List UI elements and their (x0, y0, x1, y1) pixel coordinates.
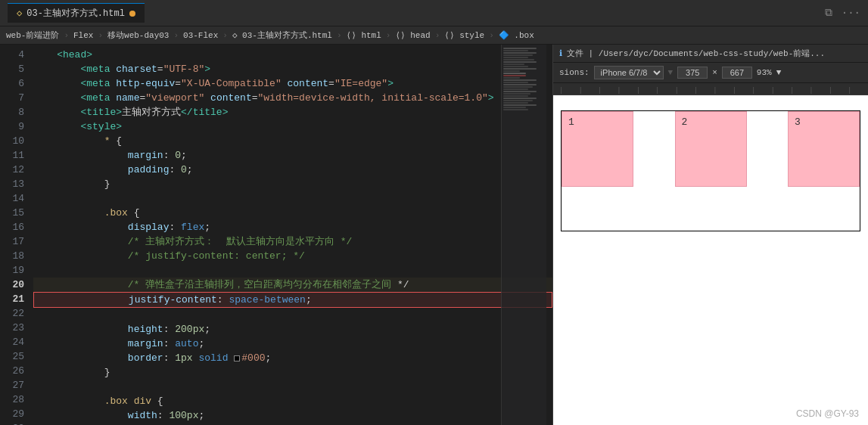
preview-filepath: 文件 | /Users/dyc/Documents/web-css-study/… (567, 48, 825, 59)
title-bar: ◇ 03-主轴对齐方式.html ⧉ ··· (0, 0, 868, 26)
width-input[interactable] (677, 67, 708, 79)
csdn-watermark: CSDN @GY-93 (796, 408, 859, 419)
height-input[interactable] (722, 67, 752, 79)
preview-pane: ℹ 文件 | /Users/dyc/Documents/web-css-stud… (552, 45, 868, 425)
zoom-dropdown-icon[interactable]: ▼ (776, 68, 782, 77)
line-numbers: 45678 910111213 1415161718 1920 21 22232… (0, 45, 30, 425)
preview-canvas-area: 1 2 3 CSDN @GY-93 (553, 95, 868, 425)
code-line-21: justify-content: space-between; (33, 292, 552, 308)
code-line: /* 主轴对齐方式： 默认主轴方向是水平方向 */ (33, 234, 552, 249)
code-line (33, 191, 552, 206)
tab-modified-dot (129, 11, 135, 17)
flex-child-3: 3 (788, 111, 860, 187)
code-line: display: flex; (33, 220, 552, 234)
code-line: <style> (33, 119, 552, 134)
editor-tab[interactable]: ◇ 03-主轴对齐方式.html (8, 3, 145, 23)
tab-filename: 03-主轴对齐方式.html (26, 7, 125, 20)
zoom-label: 93% (757, 68, 772, 77)
code-line: padding: 0; (33, 163, 552, 177)
code-line: height: 200px; (33, 322, 552, 337)
code-line: .box div { (33, 394, 552, 408)
editor-pane: 45678 910111213 1415161718 1920 21 22232… (0, 45, 552, 425)
preview-ruler: | | | | | | | | | | | | | | | | | | | | (553, 83, 868, 95)
code-lines[interactable]: <head> <meta charset="UTF-8"> <meta http… (30, 45, 552, 425)
file-icon: ◇ (17, 8, 22, 19)
flex-demo-container: 1 2 3 (561, 110, 860, 231)
breadcrumb: web-前端进阶 › Flex › 移动web-day03 › 03-Flex … (0, 26, 868, 45)
code-line: margin: auto; (33, 337, 552, 351)
device-select[interactable]: iPhone 6/7/8 (594, 66, 664, 79)
code-line: <meta name="viewport" content="width=dev… (33, 91, 552, 105)
more-icon[interactable]: ··· (842, 7, 860, 19)
info-icon: ℹ (559, 48, 562, 58)
code-line: <head> (33, 48, 552, 62)
breadcrumb-head[interactable]: ⟨⟩ head (395, 30, 430, 40)
code-line: * { (33, 134, 552, 148)
preview-toolbar: sions: iPhone 6/7/8 ▼ × 93% ▼ (553, 63, 868, 83)
code-line: <meta http-equiv="X-UA-Compatible" conte… (33, 76, 552, 91)
code-line (33, 380, 552, 394)
code-line: margin: 0; (33, 148, 552, 163)
minimap (501, 45, 546, 425)
dimension-sep: × (712, 68, 717, 77)
code-line: /* justify-content: center; */ (33, 249, 552, 263)
code-line-20: /* 弹性盒子沿主轴排列，空白距离均匀分布在相邻盒子之间 */ (33, 278, 552, 292)
code-line (33, 308, 552, 322)
flex-child-1: 1 (562, 111, 633, 187)
code-line: .box { (33, 206, 552, 220)
code-line: } (33, 177, 552, 191)
code-line: <title>主轴对齐方式</title> (33, 105, 552, 119)
split-editor-icon[interactable]: ⧉ (825, 7, 832, 19)
flex-child-2: 2 (675, 111, 747, 187)
code-line: <meta charset="UTF-8"> (33, 62, 552, 76)
device-label: sions: (559, 68, 590, 77)
code-line (33, 263, 552, 278)
preview-header: ℹ 文件 | /Users/dyc/Documents/web-css-stud… (553, 45, 868, 63)
code-line: width: 100px; (33, 408, 552, 423)
code-area: 45678 910111213 1415161718 1920 21 22232… (0, 45, 552, 425)
main-area: 45678 910111213 1415161718 1920 21 22232… (0, 45, 868, 425)
minimap-content (502, 45, 546, 114)
title-bar-actions: ⧉ ··· (825, 7, 860, 19)
code-line: border: 1px solid #000; (33, 351, 552, 365)
code-line: } (33, 365, 552, 380)
